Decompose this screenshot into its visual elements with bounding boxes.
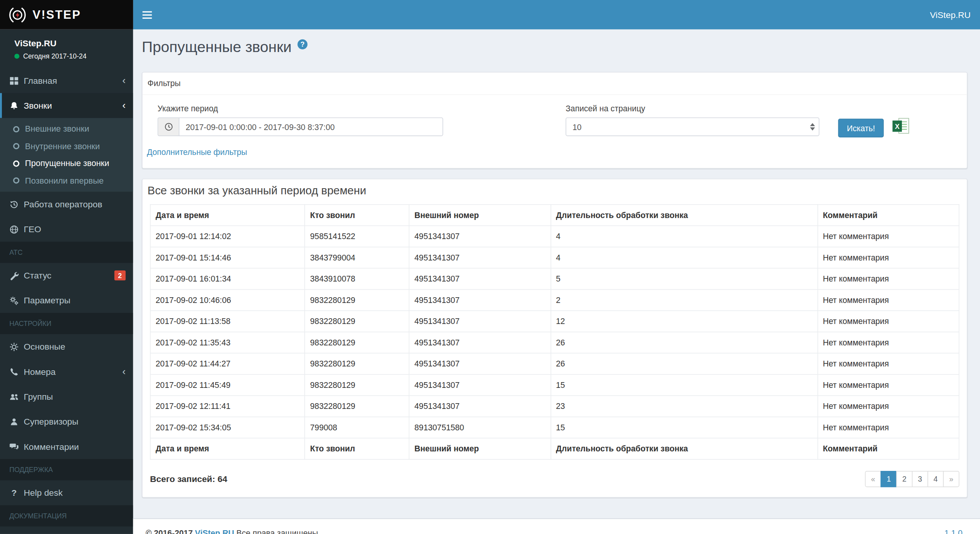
cell-datetime: 2017-09-02 11:13:58	[150, 311, 305, 332]
footer-brand-link[interactable]: ViStep.RU	[195, 528, 234, 534]
sidebar-item-operators-work[interactable]: Работа операторов	[0, 192, 133, 217]
sidebar-item-internal-calls[interactable]: Внутренние звонки	[0, 138, 133, 155]
sidebar-item-wiki[interactable]: Wiki	[0, 526, 133, 534]
results-panel-footer: Всего записей: 64 « 1 2 3 4 »	[142, 466, 967, 497]
sidebar-user-panel: ViStep.RU Сегодня 2017-10-24	[0, 29, 133, 68]
sidebar-user-name: ViStep.RU	[15, 38, 127, 48]
period-input-group	[157, 117, 443, 136]
cell-caller: 799008	[305, 417, 409, 438]
pagination-next[interactable]: »	[943, 471, 959, 487]
table-row: 2017-09-02 10:46:06 9832280129 495134130…	[150, 290, 959, 311]
sidebar-item-parameters[interactable]: Параметры	[0, 288, 133, 313]
svg-text:X: X	[895, 123, 900, 130]
cell-datetime: 2017-09-01 16:01:34	[150, 268, 305, 290]
per-page-select[interactable]: 10	[566, 117, 820, 136]
column-header-caller: Кто звонил	[305, 205, 409, 226]
page-help-icon[interactable]: ?	[297, 39, 307, 49]
total-records-value: 64	[217, 474, 227, 484]
sidebar-item-helpdesk[interactable]: ? Help desk	[0, 480, 133, 505]
sidebar-item-general-settings[interactable]: Основные	[0, 334, 133, 359]
navbar-brand-label[interactable]: ViStep.RU	[930, 0, 970, 29]
column-header-datetime: Дата и время	[150, 205, 305, 226]
sidebar-item-label: Статус	[24, 270, 111, 280]
cell-external-number: 4951341307	[409, 396, 551, 417]
circle-o-icon	[13, 160, 19, 166]
sidebar-item-label: Звонки	[24, 101, 119, 111]
sidebar-item-missed-calls[interactable]: Пропущенные звонки	[0, 155, 133, 172]
sidebar-user-status: Сегодня 2017-10-24	[15, 52, 127, 60]
sidebar-item-label: Группы	[24, 392, 126, 402]
cell-duration: 15	[550, 417, 817, 438]
table-row: 2017-09-01 16:01:34 3843910078 495134130…	[150, 268, 959, 290]
pagination-page-2[interactable]: 2	[896, 471, 912, 487]
page-title: Пропущенные звонки	[142, 38, 292, 56]
sidebar-item-label: ГЕО	[24, 224, 126, 234]
sidebar-section-docs: ДОКУМЕНТАЦИЯ	[0, 505, 133, 527]
cell-duration: 26	[550, 353, 817, 374]
column-footer-caller: Кто звонил	[305, 438, 409, 459]
column-header-duration: Длительность обработки звонка	[550, 205, 817, 226]
page-footer: © 2016-2017 ViStep.RU Все права защищены…	[133, 518, 980, 534]
cell-external-number: 4951341307	[409, 290, 551, 311]
cell-caller: 3843910078	[305, 268, 409, 290]
results-panel: Все звонки за указанный период времени Д…	[142, 179, 968, 498]
pagination-prev[interactable]: «	[865, 471, 881, 487]
cell-comment: Нет комментария	[818, 247, 959, 269]
sidebar-item-status[interactable]: Статус 2	[0, 263, 133, 288]
sidebar-item-label: Супервизоры	[24, 417, 126, 427]
cell-comment: Нет комментария	[818, 396, 959, 417]
cell-caller: 9832280129	[305, 353, 409, 374]
column-footer-comment: Комментарий	[818, 438, 959, 459]
sidebar-item-supervisors[interactable]: Супервизоры	[0, 409, 133, 434]
gear-icon	[9, 342, 20, 351]
cogs-icon	[9, 296, 20, 305]
brand-logo[interactable]: V!STEP	[0, 0, 133, 29]
chevron-left-icon: ‹	[122, 76, 126, 86]
sidebar-toggle-button[interactable]	[133, 0, 161, 29]
sidebar-user-date: Сегодня 2017-10-24	[23, 52, 87, 60]
users-icon	[9, 392, 20, 401]
cell-external-number: 4951341307	[409, 226, 551, 247]
sidebar-item-first-time-callers[interactable]: Позвонили впервые	[0, 172, 133, 189]
copyright: © 2016-2017 ViStep.RU Все права защищены…	[145, 528, 320, 534]
copyright-years: © 2016-2017	[145, 528, 193, 534]
sidebar-item-label: Help desk	[24, 488, 126, 498]
sidebar-item-calls[interactable]: Звонки ‹	[0, 93, 133, 118]
cell-caller: 9832280129	[305, 396, 409, 417]
history-icon	[9, 200, 20, 209]
sidebar-item-geo[interactable]: ГЕО	[0, 217, 133, 242]
additional-filters-link[interactable]: Дополнительные фильтры	[147, 147, 247, 156]
sidebar-item-external-calls[interactable]: Внешние звонки	[0, 120, 133, 138]
cell-duration: 4	[550, 247, 817, 269]
period-label: Укажите период	[157, 104, 443, 113]
user-icon	[9, 417, 20, 426]
cell-caller: 9585141522	[305, 226, 409, 247]
pagination: « 1 2 3 4 »	[866, 471, 959, 487]
cell-caller: 9832280129	[305, 374, 409, 396]
pagination-page-4[interactable]: 4	[928, 471, 944, 487]
cell-external-number: 4951341307	[409, 332, 551, 353]
sidebar-menu: Главная ‹ Звонки ‹ Внешние звонки Внутре…	[0, 68, 133, 534]
version-link[interactable]: 1.1.0	[944, 528, 962, 534]
circle-o-icon	[13, 143, 19, 149]
cell-datetime: 2017-09-02 11:35:43	[150, 332, 305, 353]
sidebar-item-label: Главная	[24, 76, 119, 86]
search-button[interactable]: Искать!	[838, 119, 884, 137]
sidebar-item-numbers[interactable]: Номера ‹	[0, 359, 133, 384]
main-content: Пропущенные звонки ? Фильтры Укажите пер…	[133, 29, 980, 534]
cell-caller: 9832280129	[305, 332, 409, 353]
sidebar-item-home[interactable]: Главная ‹	[0, 68, 133, 93]
pagination-page-3[interactable]: 3	[912, 471, 928, 487]
sidebar-item-groups[interactable]: Группы	[0, 384, 133, 409]
cell-comment: Нет комментария	[818, 226, 959, 247]
excel-export-icon[interactable]: X	[891, 117, 911, 135]
column-footer-external-number: Внешний номер	[409, 438, 551, 459]
sidebar-section-support: ПОДДЕРЖКА	[0, 459, 133, 480]
cell-external-number: 4951341307	[409, 268, 551, 290]
pagination-page-1[interactable]: 1	[880, 471, 897, 487]
column-header-external-number: Внешний номер	[409, 205, 551, 226]
period-input[interactable]	[179, 117, 443, 136]
cell-comment: Нет комментария	[818, 417, 959, 438]
cell-external-number: 4951341307	[409, 311, 551, 332]
sidebar-item-comments[interactable]: Комментарии	[0, 434, 133, 459]
